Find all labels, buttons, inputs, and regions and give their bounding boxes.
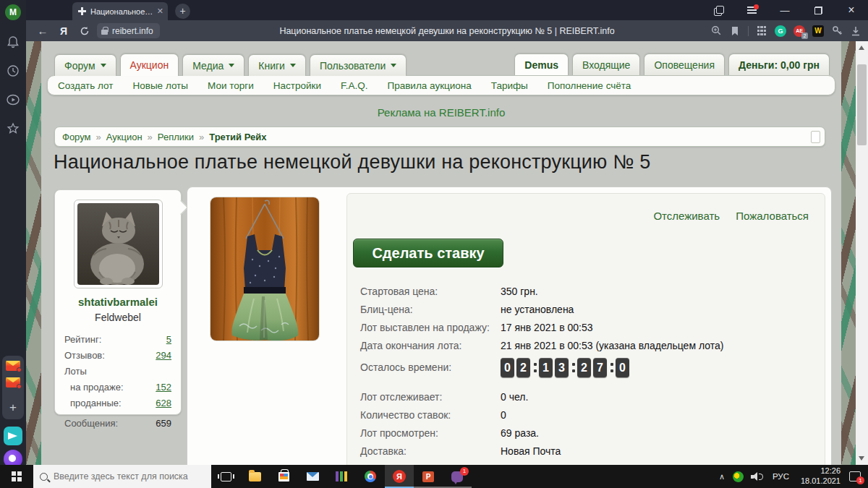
detail-row: Лот выставлен на продажу:17 янв 2021 в 0…: [360, 319, 817, 337]
add-service-icon[interactable]: +: [2, 399, 24, 416]
start-button[interactable]: [0, 465, 33, 488]
submenu-settings[interactable]: Настройки: [273, 80, 321, 91]
collections-grid-icon[interactable]: [752, 20, 771, 41]
nav-tab-media[interactable]: Медиа: [182, 54, 244, 76]
video-play-icon[interactable]: [6, 93, 20, 107]
taskbar-clock[interactable]: 12:26 18.01.2021: [801, 466, 841, 487]
bookmark-flag-icon[interactable]: [726, 20, 744, 41]
history-clock-icon[interactable]: [6, 64, 20, 78]
search-input[interactable]: [54, 471, 198, 481]
restore-button[interactable]: [801, 0, 835, 20]
scrollbar-thumb[interactable]: [857, 64, 867, 145]
page-scrollbar[interactable]: [856, 41, 868, 465]
nav-tab-books[interactable]: Книги: [248, 54, 306, 76]
selling-value[interactable]: 152: [156, 380, 171, 395]
chrome-icon[interactable]: [356, 465, 385, 488]
countdown-row: Осталось времени: 0 2 1 3 2 7: [360, 355, 817, 380]
messages-label: Сообщения:: [64, 416, 118, 432]
task-view-button[interactable]: [211, 465, 240, 488]
volume-icon[interactable]: [751, 472, 762, 481]
tray-expand-icon[interactable]: ∧: [714, 472, 730, 481]
submenu-new-lots[interactable]: Новые лоты: [132, 80, 188, 91]
seller-rank: Feldwebel: [55, 312, 181, 323]
winrar-icon[interactable]: [327, 465, 356, 488]
sold-value[interactable]: 628: [156, 395, 171, 411]
nav-tab-inbox[interactable]: Входящие: [572, 53, 640, 75]
profile-avatar[interactable]: M: [5, 4, 21, 20]
close-tab-icon[interactable]: ✕: [157, 7, 163, 16]
antivirus-tray-icon[interactable]: [733, 471, 744, 482]
action-center-badge: 1: [856, 476, 864, 484]
notifications-bell-icon[interactable]: [6, 35, 20, 49]
w-extension-icon[interactable]: W: [809, 20, 827, 41]
zoom-icon[interactable]: [707, 20, 726, 41]
nav-tab-auction[interactable]: Аукцион: [120, 53, 179, 76]
submenu-faq[interactable]: F.A.Q.: [341, 80, 368, 91]
bid-button[interactable]: Сделать ставку: [353, 239, 503, 267]
submenu-rules[interactable]: Правила аукциона: [387, 80, 471, 91]
file-explorer-icon[interactable]: [240, 465, 269, 488]
taskbar-search[interactable]: [33, 465, 211, 488]
nav-tab-alerts[interactable]: Оповещения: [644, 53, 725, 75]
yandex-browser-icon[interactable]: Я: [385, 465, 414, 488]
scroll-down-arrow[interactable]: [859, 456, 864, 461]
tab-strip: Национальное платье ✕ + — ×: [26, 0, 868, 20]
nav-tab-money[interactable]: Деньги: 0,00 грн: [728, 53, 830, 75]
mail-icon[interactable]: [6, 361, 20, 371]
breadcrumb-replicas[interactable]: Реплики: [158, 132, 194, 142]
url-bar[interactable]: reibert.info: [97, 23, 160, 38]
grammarly-extension-icon[interactable]: G: [771, 20, 790, 41]
tab-title: Национальное платье: [90, 7, 154, 16]
watch-link[interactable]: Отслеживать: [653, 210, 720, 222]
bookmarks-star-icon[interactable]: [6, 121, 20, 136]
download-icon[interactable]: [846, 20, 865, 41]
secure-lock-icon: [101, 27, 108, 35]
mail-app-icon[interactable]: [298, 465, 327, 488]
report-link[interactable]: Пожаловаться: [736, 210, 809, 222]
advertising-link[interactable]: Реклама на REIBERT.info: [41, 106, 841, 119]
nav-tab-forum[interactable]: Форум: [54, 54, 116, 76]
chevron-down-icon: [229, 64, 234, 67]
lot-photo[interactable]: [210, 197, 319, 341]
minimize-button[interactable]: —: [768, 0, 801, 20]
powerpoint-icon[interactable]: P: [414, 465, 443, 488]
reviews-value[interactable]: 294: [156, 348, 171, 364]
action-center-icon[interactable]: 1: [849, 471, 861, 481]
nav-tab-users[interactable]: Пользователи: [310, 54, 407, 76]
messenger-icon[interactable]: [4, 427, 22, 445]
mail-widget[interactable]: +: [2, 356, 24, 419]
selling-label: на продаже:: [70, 380, 124, 395]
adblock-extension-icon[interactable]: AE2: [790, 20, 809, 41]
yandex-home-icon[interactable]: Я: [54, 25, 74, 37]
microsoft-store-icon[interactable]: [269, 465, 298, 488]
scroll-up-arrow[interactable]: [859, 46, 864, 50]
detail-row: Доставка:Новая Почта: [360, 442, 817, 461]
messages-value: 659: [156, 416, 171, 432]
breadcrumb-forum[interactable]: Форум: [62, 132, 91, 142]
mail-unread-dot: [17, 384, 22, 389]
submenu-my-bids[interactable]: Мои торги: [208, 80, 254, 91]
url-text: reibert.info: [112, 26, 153, 36]
tab-panels-icon[interactable]: [702, 0, 735, 20]
language-indicator[interactable]: РУС: [773, 472, 789, 481]
nav-tab-account[interactable]: Demus: [514, 53, 569, 75]
search-icon: [40, 473, 48, 481]
viber-icon[interactable]: 1: [443, 465, 472, 488]
seller-username[interactable]: shtativbarmalei: [55, 296, 181, 308]
new-tab-button[interactable]: +: [175, 4, 190, 19]
notifications-list-icon[interactable]: [735, 0, 768, 20]
submenu-create-lot[interactable]: Создать лот: [58, 80, 113, 91]
browser-tab[interactable]: Национальное платье ✕: [72, 2, 168, 20]
rating-value[interactable]: 5: [166, 332, 171, 348]
key-icon[interactable]: [827, 20, 846, 41]
refresh-icon[interactable]: [74, 26, 95, 36]
close-button[interactable]: ×: [835, 0, 868, 20]
submenu-tariffs[interactable]: Тарифы: [491, 80, 528, 91]
breadcrumb-auction[interactable]: Аукцион: [106, 132, 142, 142]
back-button[interactable]: ←: [32, 25, 54, 37]
submenu-top-up[interactable]: Пополнение счёта: [548, 80, 631, 91]
mail-icon[interactable]: [6, 377, 20, 388]
site-favicon-cross-icon: [78, 7, 86, 15]
seller-avatar[interactable]: [74, 200, 163, 288]
jump-page-icon[interactable]: [811, 131, 820, 143]
